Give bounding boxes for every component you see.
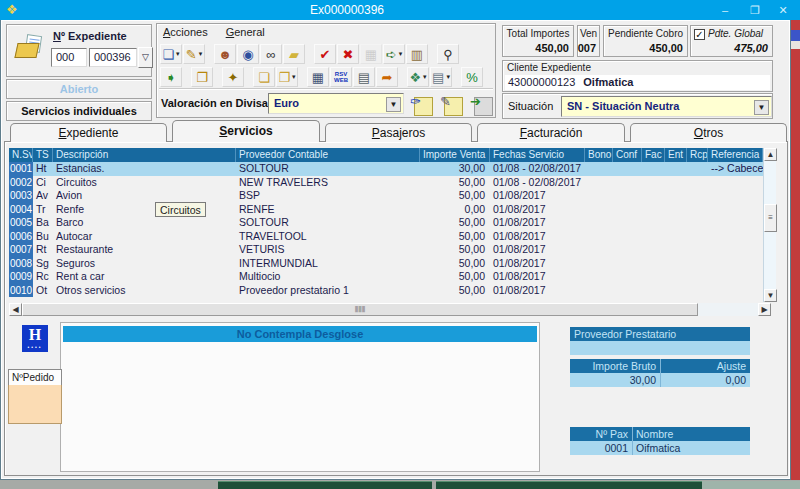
scroll-up-icon[interactable]: ▲	[764, 148, 777, 161]
cell-importe: 50,00	[420, 176, 490, 190]
tab-otros[interactable]: Otros	[630, 123, 787, 142]
column-header-8[interactable]: Conf	[613, 148, 642, 162]
situacion-value: SN - Situación Neutra	[567, 100, 679, 112]
send-note-button[interactable]: ➔	[470, 93, 497, 119]
expediente-number-field[interactable]: 000396	[89, 48, 137, 67]
chevron-down-icon: ▾	[399, 50, 403, 58]
archive-button[interactable]: ▥	[406, 44, 428, 64]
column-header-6[interactable]: Fechas Servicio	[490, 148, 585, 162]
notes-button[interactable]: ❏	[253, 67, 275, 87]
cell-rcp	[687, 203, 708, 217]
export-button[interactable]: ❖▾	[407, 67, 429, 87]
individual-services-button[interactable]: Servicios individuales	[6, 101, 152, 121]
eraser-button[interactable]: ▰	[283, 44, 305, 64]
edit-note-button[interactable]: ✎	[440, 93, 467, 119]
table-row[interactable]: 0010OtOtros serviciosProveedor prestatar…	[9, 284, 763, 298]
folder-button[interactable]: ❐	[191, 67, 213, 87]
note-send-button[interactable]: ❐▾	[276, 67, 298, 87]
column-header-7[interactable]: Bono	[585, 148, 613, 162]
vertical-scroll-thumb[interactable]: ≡	[764, 204, 777, 232]
table-row[interactable]: 0008SgSegurosINTERMUNDIAL50,0001/08/2017	[9, 257, 763, 271]
situacion-dropdown[interactable]: SN - Situación Neutra ▼	[561, 96, 772, 117]
cell-rcp	[687, 230, 708, 244]
cancel-button[interactable]: ✖	[337, 44, 359, 64]
table-row[interactable]: 0002CiCircuitosNEW TRAVELERS50,0001/08 -…	[9, 176, 763, 190]
cell-importe: 50,00	[420, 216, 490, 230]
cell-desc: Restaurante	[53, 243, 236, 257]
table-row[interactable]: 0004TrRenfeRENFE0,0001/08/2017	[9, 203, 763, 217]
column-header-1[interactable]: N.Sv	[9, 148, 33, 162]
column-header-12[interactable]: Referencia D	[708, 148, 763, 162]
proveedor-prestatario-value[interactable]	[570, 341, 750, 355]
search-client-button[interactable]: ⚲	[437, 44, 459, 64]
column-header-10[interactable]: Ent	[665, 148, 687, 162]
currency-value: Euro	[274, 97, 299, 109]
tab-servicios[interactable]: Servicios	[172, 120, 320, 142]
cell-fac	[642, 203, 665, 217]
column-header-2[interactable]: TS	[33, 148, 53, 162]
client-button[interactable]: ☻	[214, 44, 236, 64]
scroll-down-icon[interactable]: ▼	[764, 289, 777, 302]
send-expediente-button[interactable]: ➪▾	[383, 44, 405, 64]
services-table: 0001HtEstancias.SOLTOUR30,0001/08 - 02/0…	[9, 162, 763, 302]
print-icon: ▤	[358, 71, 370, 84]
scroll-right-icon[interactable]: ▶	[758, 303, 771, 316]
menu-general[interactable]: General	[226, 26, 265, 38]
cell-fechas: 01/08/2017	[490, 284, 585, 298]
table-row[interactable]: 0007RtRestauranteVETURIS50,0001/08/2017	[9, 243, 763, 257]
cell-ref	[708, 176, 763, 190]
cell-desc: Otros servicios	[53, 284, 236, 298]
cell-fac	[642, 257, 665, 271]
minimize-button[interactable]: –	[714, 2, 736, 18]
table-row[interactable]: 0005BaBarcoSOLTOUR50,0001/08/2017	[9, 216, 763, 230]
office-code-field[interactable]: 000	[51, 48, 87, 67]
cell-bono	[585, 284, 613, 298]
chevron-down-icon[interactable]: ▼	[754, 100, 769, 115]
table-row[interactable]: 0006BuAutocarTRAVELTOOL50,0001/08/2017	[9, 230, 763, 244]
chevron-down-icon: ▾	[446, 73, 450, 81]
edit-expediente-button[interactable]: ✎▾	[183, 44, 205, 64]
pinned-note-button[interactable]: ✑	[410, 93, 437, 119]
horizontal-scroll-thumb[interactable]: ⦀⦀⦀	[22, 303, 698, 316]
key-button[interactable]: ✦	[222, 67, 244, 87]
edit-expediente-icon: ✎	[186, 48, 197, 61]
desglose-header: No Contempla Desglose	[63, 326, 537, 342]
key-icon: ✦	[228, 71, 239, 84]
vertical-scrollbar[interactable]: ▲ ≡ ▼	[763, 148, 776, 302]
table-row[interactable]: 0003AvAvionBSP50,0001/08/2017	[9, 189, 763, 203]
pax-value: 0001	[570, 441, 632, 455]
print-button[interactable]: ▤	[353, 67, 375, 87]
tab-expediente[interactable]: Expediente	[10, 123, 167, 142]
currency-dropdown[interactable]: Euro ▼	[268, 93, 404, 114]
horizontal-scrollbar[interactable]: ◀ ⦀⦀⦀ ▶	[9, 303, 771, 316]
table-row[interactable]: 0009RcRent a carMultiocio50,0001/08/2017	[9, 270, 763, 284]
pedido-field[interactable]	[8, 385, 62, 424]
cliente-expediente-field[interactable]: 43000000123Oifmatica	[505, 75, 770, 90]
view-button[interactable]: ◉	[237, 44, 259, 64]
close-button[interactable]: ✕	[772, 2, 794, 18]
menu-acciones[interactable]: Acciones	[163, 26, 208, 38]
new-expediente-button[interactable]: ❏▾	[160, 44, 182, 64]
rsv-web-button[interactable]: RSVWEB	[330, 67, 352, 87]
report-icon: ▤	[432, 71, 444, 84]
maximize-button[interactable]: ❐	[744, 2, 766, 18]
expediente-lookup-button[interactable]: ▽	[138, 47, 153, 68]
column-header-11[interactable]: Rcp	[687, 148, 708, 162]
pdte-global-checkbox[interactable]: ✓	[694, 29, 705, 40]
exit-button[interactable]: ➧	[160, 67, 182, 87]
column-header-4[interactable]: Proveedor Contable	[236, 148, 420, 162]
column-header-5[interactable]: Importe Venta	[420, 148, 490, 162]
booking-button[interactable]: ▦	[307, 67, 329, 87]
percent-button[interactable]: %	[461, 67, 483, 87]
table-row[interactable]: 0001HtEstancias.SOLTOUR30,0001/08 - 02/0…	[9, 162, 763, 176]
binoculars-button[interactable]: ∞	[260, 44, 282, 64]
tab-pasajeros[interactable]: Pasajeros	[325, 123, 472, 142]
tab-facturación[interactable]: Facturación	[477, 123, 625, 142]
forward-button[interactable]: ➦	[376, 67, 398, 87]
chevron-down-icon[interactable]: ▼	[386, 97, 401, 112]
scroll-left-icon[interactable]: ◀	[9, 303, 22, 316]
column-header-3[interactable]: Descripción	[53, 148, 236, 162]
confirm-button[interactable]: ✔	[314, 44, 336, 64]
report-button[interactable]: ▤▾	[430, 67, 452, 87]
column-header-9[interactable]: Fac	[642, 148, 665, 162]
